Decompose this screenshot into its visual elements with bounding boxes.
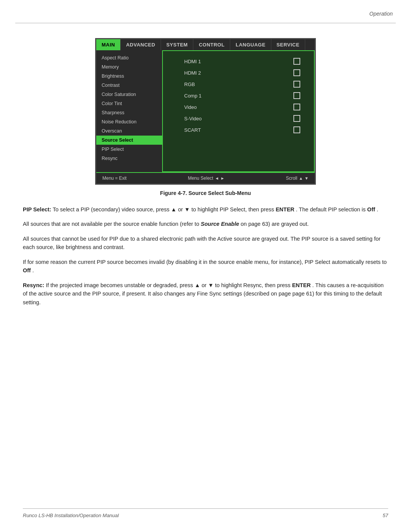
footer-page-number: 57 — [383, 513, 388, 518]
menu-select-label: Menu Select — [188, 176, 213, 181]
paragraph-resync: Resync: If the projected image becomes u… — [23, 281, 388, 307]
menu-item-brightness[interactable]: Brightness — [96, 72, 162, 81]
resync-enter-bold: ENTER — [292, 282, 311, 288]
pip-select-text: To select a PIP (secondary) video source… — [53, 206, 276, 212]
source-checkbox-hdmi2[interactable] — [293, 69, 300, 76]
source-checkbox-rgb[interactable] — [293, 81, 300, 88]
footer-menu-exit: Menu = Exit — [102, 176, 127, 181]
osd-body: Aspect Ratio Memory Brightness Contrast … — [96, 50, 315, 172]
tab-system[interactable]: SYSTEM — [161, 39, 193, 50]
osd-left-menu: Aspect Ratio Memory Brightness Contrast … — [96, 50, 163, 172]
osd-tab-bar: MAIN ADVANCED SYSTEM CONTROL LANGUAGE SE… — [96, 39, 315, 50]
source-checkbox-video[interactable] — [293, 104, 300, 110]
footer-left-label: Runco LS-HB Installation/Operation Manua… — [23, 513, 119, 518]
footer-scroll: Scroll ▲ ▼ — [286, 176, 309, 181]
scroll-label: Scroll — [286, 176, 297, 181]
right-arrow-icon: ► — [220, 176, 225, 181]
main-content: MAIN ADVANCED SYSTEM CONTROL LANGUAGE SE… — [23, 30, 388, 313]
source-label-rgb: RGB — [184, 81, 195, 87]
pip-default-text: . The default PIP selection is — [296, 206, 367, 212]
menu-item-color-tint[interactable]: Color Tint — [96, 99, 162, 108]
osd-footer: Menu = Exit Menu Select ◄ ► Scroll ▲ ▼ — [96, 172, 315, 184]
menu-item-color-saturation[interactable]: Color Saturation — [96, 90, 162, 99]
source-row-hdmi1: HDMI 1 — [169, 56, 308, 67]
menu-item-resync[interactable]: Resync — [96, 154, 162, 163]
menu-item-source-select[interactable]: Source Select — [96, 136, 162, 145]
menu-item-memory[interactable]: Memory — [96, 62, 162, 72]
paragraph-pip-shared: All sources that cannot be used for PIP … — [23, 235, 388, 252]
source-label-scart: SCART — [184, 127, 201, 133]
pip-select-bold: PIP Select: — [23, 206, 51, 212]
menu-item-sharpness[interactable]: Sharpness — [96, 108, 162, 117]
pip-enter-bold: ENTER — [276, 206, 294, 212]
menu-item-aspect-ratio[interactable]: Aspect Ratio — [96, 53, 162, 62]
menu-item-noise-reduction[interactable]: Noise Reduction — [96, 117, 162, 126]
left-arrow-icon: ◄ — [215, 176, 219, 181]
paragraph-source-enable: All sources that are not available per t… — [23, 220, 388, 228]
operation-label: Operation — [370, 11, 393, 17]
source-enable-bold-italic: Source Enable — [201, 221, 239, 227]
tab-service[interactable]: SERVICE — [271, 39, 305, 50]
menu-item-contrast[interactable]: Contrast — [96, 81, 162, 90]
source-row-video: Video — [169, 101, 308, 113]
source-row-hdmi2: HDMI 2 — [169, 67, 308, 78]
footer-menu-select: Menu Select ◄ ► — [188, 176, 225, 181]
up-arrow-icon: ▲ — [299, 176, 303, 181]
osd-source-panel: HDMI 1 HDMI 2 RGB Comp 1 Video — [163, 50, 315, 172]
paragraph-pip-select: PIP Select: To select a PIP (secondary) … — [23, 205, 388, 214]
menu-item-pip-select[interactable]: PIP Select — [96, 145, 162, 154]
resync-bold: Resync: — [23, 282, 44, 288]
figure-caption: Figure 4-7. Source Select Sub-Menu — [23, 190, 388, 196]
menu-exit-label: Menu = Exit — [102, 176, 127, 181]
paragraph-pip-invalid: If for some reason the current PIP sourc… — [23, 258, 388, 275]
osd-screen: MAIN ADVANCED SYSTEM CONTROL LANGUAGE SE… — [95, 38, 316, 185]
tab-language[interactable]: LANGUAGE — [230, 39, 271, 50]
tab-advanced[interactable]: ADVANCED — [121, 39, 161, 50]
source-row-scart: SCART — [169, 124, 308, 136]
source-checkbox-hdmi1[interactable] — [293, 58, 300, 65]
tab-control[interactable]: CONTROL — [193, 39, 230, 50]
source-label-video: Video — [184, 104, 197, 110]
pip-off-bold: Off — [367, 206, 375, 212]
source-checkbox-scart[interactable] — [293, 126, 300, 133]
page-footer: Runco LS-HB Installation/Operation Manua… — [23, 508, 388, 518]
source-row-comp1: Comp 1 — [169, 90, 308, 101]
source-checkbox-svideo[interactable] — [293, 115, 300, 122]
source-label-hdmi2: HDMI 2 — [184, 70, 201, 76]
down-arrow-icon: ▼ — [304, 176, 309, 181]
source-checkbox-comp1[interactable] — [293, 92, 300, 99]
header-divider — [15, 23, 396, 23]
source-label-svideo: S-Video — [184, 116, 202, 121]
source-label-comp1: Comp 1 — [184, 93, 202, 99]
source-row-svideo: S-Video — [169, 113, 308, 124]
menu-item-overscan[interactable]: Overscan — [96, 126, 162, 136]
source-label-hdmi1: HDMI 1 — [184, 59, 201, 64]
pip-off-bold-2: Off — [23, 267, 31, 273]
tab-main[interactable]: MAIN — [96, 39, 121, 50]
source-row-rgb: RGB — [169, 78, 308, 90]
